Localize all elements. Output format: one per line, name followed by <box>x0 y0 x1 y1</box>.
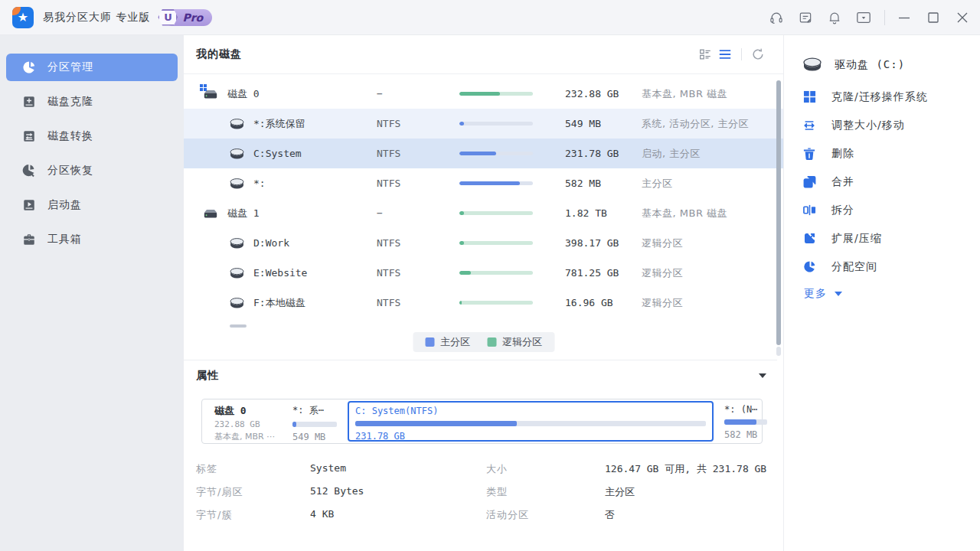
support-headset-icon[interactable] <box>766 8 786 28</box>
app-window: ★ 易我分区大师 专业版 U Pro <box>0 0 980 551</box>
card-view-icon[interactable] <box>695 45 715 64</box>
action-panel: 驱动盘 (C:) 克隆/迁移操作系统 调整大小/移动 删除 <box>783 35 980 551</box>
properties-header: 属性 <box>196 369 766 383</box>
action-extend-shrink[interactable]: 扩展/压缩 <box>784 224 980 253</box>
pie-chart-icon <box>21 60 37 75</box>
disk-map-partition-c[interactable]: C: System(NTFS) 231.78 GB <box>348 401 714 442</box>
legend-logical: 逻辑分区 <box>487 335 542 349</box>
partition-icon <box>230 148 244 159</box>
disk-map-partition-star[interactable]: *: (N⋯ 582 MB <box>718 399 772 443</box>
disk-map-info: 磁盘 0 232.88 GB 基本盘, MBR ⋯ <box>202 399 286 443</box>
refresh-icon[interactable] <box>748 45 768 64</box>
table-row-e-website[interactable]: E:Website NTFS 781.25 GB 逻辑分区 <box>184 258 783 288</box>
scrollbar-thumb[interactable] <box>776 80 781 345</box>
pro-label: Pro <box>182 11 203 24</box>
page-title: 我的磁盘 <box>196 47 242 61</box>
main-header: 我的磁盘 <box>184 35 783 74</box>
view-tools-separator <box>741 48 742 60</box>
disk-map: 磁盘 0 232.88 GB 基本盘, MBR ⋯ *: 系⋯ 549 MB C… <box>201 399 763 444</box>
app-logo-icon: ★ <box>12 7 34 28</box>
properties-fields: 标签 System 大小 126.47 GB 可用, 共 231.78 GB 字… <box>196 462 768 522</box>
disk-convert-icon <box>21 129 37 144</box>
titlebar: ★ 易我分区大师 专业版 U Pro <box>0 0 980 35</box>
disk-table: 磁盘 0 − 232.88 GB 基本盘, MBR 磁盘 *:系统保留 NTFS… <box>184 79 783 318</box>
partition-icon <box>230 118 244 129</box>
selected-drive-label: 驱动盘 (C:) <box>835 58 905 72</box>
action-clone-migrate-os[interactable]: 克隆/迁移操作系统 <box>784 83 980 111</box>
left-sidebar: 分区管理 磁盘克隆 磁盘转换 分区恢复 启动盘 <box>0 35 184 551</box>
feedback-note-icon[interactable] <box>795 8 815 28</box>
allocate-space-icon <box>802 260 816 274</box>
partition-icon <box>230 297 244 308</box>
logical-color-swatch <box>487 337 496 347</box>
main-panel: 我的磁盘 <box>184 35 783 551</box>
table-row-disk1[interactable]: 磁盘 1 − 1.82 TB 基本盘, MBR 磁盘 <box>184 198 783 228</box>
drive-icon <box>203 88 218 100</box>
table-row-f-local[interactable]: F:本地磁盘 NTFS 16.96 GB 逻辑分区 <box>184 288 783 318</box>
menu-dropdown-icon[interactable] <box>854 8 874 28</box>
system-badge-icon <box>200 84 207 91</box>
disk-clone-icon <box>21 94 37 109</box>
titlebar-separator <box>884 10 885 25</box>
boot-disk-icon <box>21 197 37 213</box>
maximize-button[interactable] <box>922 7 945 28</box>
resize-move-icon <box>802 119 816 132</box>
sidebar-item-boot-disk[interactable]: 启动盘 <box>6 191 178 219</box>
collapse-arrow-icon[interactable] <box>759 373 766 378</box>
close-button[interactable] <box>951 7 974 28</box>
table-row-sys-reserved[interactable]: *:系统保留 NTFS 549 MB 系统, 活动分区, 主分区 <box>184 109 783 139</box>
sidebar-item-partition-manage[interactable]: 分区管理 <box>6 54 178 81</box>
partition-legend: 主分区 逻辑分区 <box>413 332 554 352</box>
partition-icon <box>230 267 244 279</box>
notification-bell-icon[interactable] <box>825 8 844 28</box>
table-row-c-system[interactable]: C:System NTFS 231.78 GB 启动, 主分区 <box>184 139 783 168</box>
merge-icon <box>802 175 816 189</box>
split-icon <box>802 204 816 217</box>
more-actions-link[interactable]: 更多 <box>784 281 980 307</box>
windows-logo-icon <box>802 90 816 104</box>
minimize-button[interactable] <box>893 7 916 28</box>
scrollbar-track[interactable] <box>776 347 781 356</box>
sidebar-item-partition-recovery[interactable]: 分区恢复 <box>6 157 178 184</box>
selected-drive: 驱动盘 (C:) <box>784 52 980 78</box>
legend-primary: 主分区 <box>425 335 470 349</box>
drive-icon <box>203 207 218 220</box>
partition-icon <box>230 178 244 189</box>
partition-icon <box>230 237 244 249</box>
toolbox-icon <box>21 232 37 247</box>
table-row-star[interactable]: *: NTFS 582 MB 主分区 <box>184 168 783 198</box>
primary-color-swatch <box>425 337 434 347</box>
list-view-icon[interactable] <box>715 45 735 64</box>
extend-shrink-icon <box>802 232 816 246</box>
drive-partition-icon <box>802 57 822 74</box>
partial-next-row <box>230 324 247 328</box>
partition-recovery-icon <box>21 163 37 178</box>
sidebar-item-toolbox[interactable]: 工具箱 <box>6 226 178 253</box>
action-delete[interactable]: 删除 <box>784 139 980 168</box>
sidebar-item-disk-clone[interactable]: 磁盘克隆 <box>6 88 178 116</box>
table-row-d-work[interactable]: D:Work NTFS 398.17 GB 逻辑分区 <box>184 228 783 258</box>
action-merge[interactable]: 合并 <box>784 168 980 196</box>
action-split[interactable]: 拆分 <box>784 196 980 224</box>
trash-icon <box>802 147 816 161</box>
disk-map-partition-reserved[interactable]: *: 系⋯ 549 MB <box>286 399 346 443</box>
app-title: 易我分区大师 专业版 <box>43 11 150 24</box>
action-allocate-space[interactable]: 分配空间 <box>784 253 980 281</box>
properties-separator <box>184 360 777 360</box>
properties-title: 属性 <box>196 369 219 383</box>
table-row-disk0[interactable]: 磁盘 0 − 232.88 GB 基本盘, MBR 磁盘 <box>184 79 783 109</box>
action-resize-move[interactable]: 调整大小/移动 <box>784 111 980 139</box>
sidebar-item-disk-convert[interactable]: 磁盘转换 <box>6 122 178 150</box>
chevron-down-icon <box>835 292 842 296</box>
pro-badge: U Pro <box>158 8 212 27</box>
